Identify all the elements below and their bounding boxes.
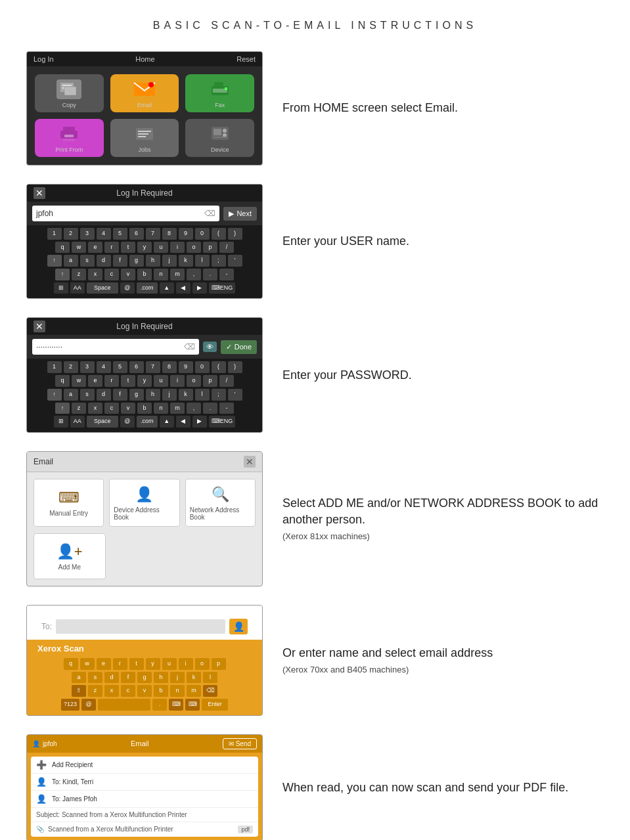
key-2[interactable]: 2 <box>64 228 78 240</box>
eye-icon[interactable]: 👁 <box>203 342 217 352</box>
to-input-field[interactable] <box>56 619 225 634</box>
key-space[interactable]: Space <box>87 282 118 294</box>
address-book-btn[interactable]: 👤 <box>229 619 248 634</box>
home-icon-device[interactable]: Device <box>185 119 254 157</box>
username-input[interactable]: jpfoh ⌫ <box>32 206 219 221</box>
key-slash[interactable]: / <box>219 242 234 254</box>
close-icon-2[interactable]: ✕ <box>34 321 45 332</box>
reset-label: Reset <box>236 55 256 63</box>
key-w[interactable]: w <box>72 242 86 254</box>
key-1[interactable]: 1 <box>47 228 62 240</box>
svg-rect-12 <box>64 135 74 137</box>
key-shift-2[interactable]: ↑ <box>55 269 70 280</box>
home-icon-jobs[interactable]: Jobs <box>110 119 179 157</box>
key-comma[interactable]: , <box>187 269 201 280</box>
home-icon-fax[interactable]: Fax <box>185 74 254 112</box>
attachment-label: Scanned from a Xerox Multifunction Print… <box>48 826 173 833</box>
key-dot[interactable]: . <box>203 269 217 280</box>
contact-icon-1: 👤 <box>36 777 47 787</box>
key-lang[interactable]: ⌨ENG <box>209 282 236 294</box>
key-o[interactable]: o <box>187 242 201 254</box>
step-1-row: Log In Home Reset Copy <box>26 51 604 166</box>
key-apos[interactable]: ' <box>228 255 242 267</box>
key-a[interactable]: a <box>64 255 78 267</box>
home-icon-email[interactable]: Email <box>110 74 179 112</box>
key-dash[interactable]: - <box>219 269 234 280</box>
key-aa[interactable]: AA <box>70 282 85 294</box>
key-rp[interactable]: ) <box>228 228 242 240</box>
send-topbar: 👤 jpfoh Email ✉ Send <box>27 735 262 753</box>
key-at[interactable]: @ <box>120 282 135 294</box>
key-5[interactable]: 5 <box>113 228 127 240</box>
key-m[interactable]: m <box>170 269 185 280</box>
send-icon: ✉ <box>229 740 234 747</box>
jobs-label: Jobs <box>138 146 150 153</box>
key-r[interactable]: r <box>104 242 119 254</box>
key-u[interactable]: u <box>154 242 168 254</box>
key-4[interactable]: 4 <box>97 228 111 240</box>
key-p[interactable]: p <box>203 242 217 254</box>
key-s[interactable]: s <box>80 255 95 267</box>
key-g[interactable]: g <box>129 255 144 267</box>
network-address-book-button[interactable]: 🔍 Network Address Book <box>185 479 256 527</box>
key-semi[interactable]: ; <box>212 255 226 267</box>
key-b[interactable]: b <box>137 269 152 280</box>
login-title-1: Log In Required <box>116 188 172 198</box>
home-icon-copy[interactable]: Copy <box>35 74 104 112</box>
key-z[interactable]: z <box>72 269 86 280</box>
key-d[interactable]: d <box>97 255 111 267</box>
key-h[interactable]: h <box>146 255 160 267</box>
key-dotcom[interactable]: .com <box>137 282 158 294</box>
manual-entry-button[interactable]: ⌨ Manual Entry <box>34 479 104 527</box>
email-topbar: Email ✕ <box>27 452 262 472</box>
next-button[interactable]: ▶ Next <box>223 207 257 221</box>
key-q[interactable]: q <box>55 242 70 254</box>
email-icon <box>132 79 157 99</box>
login-label: Log In <box>34 55 54 63</box>
step-2-row: ✕ Log In Required jpfoh ⌫ ▶ Next 1 2 3 4… <box>26 184 604 299</box>
password-input[interactable]: ············ ⌫ <box>32 339 199 355</box>
key-lp[interactable]: ( <box>212 228 226 240</box>
close-icon[interactable]: ✕ <box>34 187 45 199</box>
key-k[interactable]: k <box>179 255 193 267</box>
device-address-book-button[interactable]: 👤 Device Address Book <box>109 479 179 527</box>
step-5-row: To: 👤 Xerox Scan q w e r t y u i o p <box>26 605 604 716</box>
key-v[interactable]: v <box>121 269 135 280</box>
subject-label: Subject: Scanned from a Xerox Multifunct… <box>36 811 187 818</box>
key-x[interactable]: x <box>88 269 102 280</box>
email-close-icon[interactable]: ✕ <box>244 456 256 468</box>
home-icon-print[interactable]: Print From <box>35 119 104 157</box>
pdf-badge: pdf <box>238 826 253 833</box>
key-6[interactable]: 6 <box>129 228 144 240</box>
key-n[interactable]: n <box>154 269 168 280</box>
key-e[interactable]: e <box>88 242 102 254</box>
key-y[interactable]: y <box>137 242 152 254</box>
key-l[interactable]: l <box>195 255 210 267</box>
key-3[interactable]: 3 <box>80 228 95 240</box>
send-button[interactable]: ✉ Send <box>223 738 257 749</box>
svg-rect-9 <box>225 87 227 90</box>
key-left[interactable]: ◀ <box>176 282 191 294</box>
to-pfoh-row: 👤 To: James Pfoh <box>31 791 258 808</box>
add-me-button[interactable]: 👤+ Add Me <box>34 533 106 579</box>
key-9[interactable]: 9 <box>179 228 193 240</box>
add-recipient-row[interactable]: ➕ Add Recipient <box>31 757 258 774</box>
key-8[interactable]: 8 <box>162 228 177 240</box>
login-username-screen: ✕ Log In Required jpfoh ⌫ ▶ Next 1 2 3 4… <box>26 184 263 299</box>
key-7[interactable]: 7 <box>146 228 160 240</box>
key-0[interactable]: 0 <box>195 228 210 240</box>
done-button[interactable]: ✓ Done <box>221 340 257 354</box>
contact-icon-2: 👤 <box>36 794 47 804</box>
key-j[interactable]: j <box>162 255 177 267</box>
key-shift-1[interactable]: ↑ <box>47 255 62 267</box>
key-t[interactable]: t <box>121 242 135 254</box>
key-right[interactable]: ▶ <box>192 282 207 294</box>
key-special-1[interactable]: ⊞ <box>54 282 68 294</box>
key-up[interactable]: ▲ <box>160 282 174 294</box>
backspace-icon[interactable]: ⌫ <box>204 209 215 218</box>
backspace-icon-2[interactable]: ⌫ <box>184 342 195 351</box>
home-icons-grid: Copy Email <box>27 66 262 165</box>
key-f[interactable]: f <box>113 255 127 267</box>
key-i[interactable]: i <box>170 242 185 254</box>
key-c[interactable]: c <box>104 269 119 280</box>
